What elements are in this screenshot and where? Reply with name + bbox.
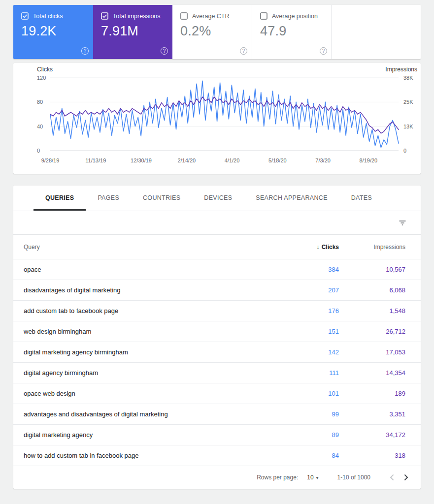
table-row[interactable]: digital marketing agency8934,172 [13,425,421,445]
help-icon[interactable]: ? [320,47,327,55]
help-icon[interactable]: ? [161,47,168,55]
cell-clicks[interactable]: 111 [265,369,339,377]
svg-text:5/18/20: 5/18/20 [268,158,287,163]
cell-clicks[interactable]: 99 [265,410,339,418]
cell-impressions[interactable]: 1,548 [339,307,405,315]
prev-page-button[interactable] [385,471,399,484]
cell-clicks[interactable]: 101 [265,390,339,397]
table-row[interactable]: advantages and disadvantages of digital … [13,404,421,425]
sort-desc-icon: ↓ [316,243,320,251]
cell-query: web design birmingham [24,328,265,335]
metric-value: 0.2% [180,24,244,39]
help-icon[interactable]: ? [240,47,247,55]
svg-text:0: 0 [403,148,406,154]
cell-clicks[interactable]: 84 [265,452,339,459]
metric-value: 7.91M [101,24,165,39]
next-page-button[interactable] [399,471,413,484]
cell-query: advantages and disadvantages of digital … [24,410,265,418]
svg-text:8/19/20: 8/19/20 [359,158,377,163]
cell-query: opace web design [24,390,265,397]
cell-clicks[interactable]: 89 [265,431,339,439]
checkbox-unchecked-icon[interactable] [180,12,188,20]
svg-text:11/13/19: 11/13/19 [85,158,106,163]
svg-text:Clicks: Clicks [37,66,53,73]
table-row[interactable]: digital marketing agency birmingham14217… [13,342,421,363]
metric-average-position[interactable]: Average position 47.9 ? [252,5,332,59]
cell-impressions[interactable]: 10,567 [339,266,405,273]
svg-text:0: 0 [37,148,40,154]
filter-row [13,211,421,235]
svg-text:13K: 13K [403,124,413,129]
svg-text:Impressions: Impressions [385,66,417,73]
svg-text:25K: 25K [403,99,413,105]
cell-impressions[interactable]: 318 [339,452,405,459]
help-icon[interactable]: ? [81,47,89,55]
checkbox-checked-icon[interactable] [21,12,29,20]
table-row[interactable]: opace38410,567 [13,259,421,280]
cell-clicks[interactable]: 142 [265,348,339,356]
svg-text:80: 80 [37,99,43,105]
table-body: opace38410,567disadvantages of digital m… [13,259,421,466]
cell-clicks[interactable]: 384 [265,266,339,273]
cell-clicks[interactable]: 151 [265,328,339,335]
table-row[interactable]: how to add custom tab in facebook page84… [13,445,421,466]
rows-per-page-label: Rows per page: [257,474,298,481]
table-header: Query ↓Clicks Impressions [13,235,421,259]
metric-label: Average CTR [192,13,230,20]
search-console-performance-page: Total clicks 19.2K ? Total impressions 7… [0,0,434,489]
table-row[interactable]: web design birmingham15126,712 [13,321,421,342]
table-footer: Rows per page: 10 ▾ 1-10 of 1000 [13,466,421,489]
cell-query: opace [24,266,265,273]
metric-value: 19.2K [21,24,86,39]
cell-impressions[interactable]: 26,712 [339,328,405,335]
table-row[interactable]: disadvantages of digital marketing2076,0… [13,280,421,301]
metric-label: Total clicks [33,13,63,20]
svg-text:40: 40 [37,124,43,129]
cell-impressions[interactable]: 3,351 [339,410,405,418]
column-header-impressions[interactable]: Impressions [339,244,405,251]
cell-impressions[interactable]: 17,053 [339,348,405,356]
metric-total-clicks[interactable]: Total clicks 19.2K ? [13,5,93,59]
tab-dates[interactable]: DATES [339,186,384,211]
table-row[interactable]: digital agency birmingham11114,354 [13,363,421,383]
dropdown-caret-icon[interactable]: ▾ [316,475,319,480]
table-row[interactable]: opace web design101189 [13,383,421,404]
svg-text:2/14/20: 2/14/20 [177,158,196,163]
performance-chart-card: ClicksImpressions004013K8025K12038K9/28/… [13,63,421,174]
checkbox-checked-icon[interactable] [101,12,108,20]
cell-query: digital marketing agency birmingham [24,348,265,356]
query-table-card: QUERIESPAGESCOUNTRIESDEVICESSEARCH APPEA… [13,186,421,489]
cell-query: digital marketing agency [24,431,265,439]
metric-label: Average position [272,13,318,20]
svg-text:38K: 38K [403,75,413,81]
metric-average-ctr[interactable]: Average CTR 0.2% ? [172,5,252,59]
cell-impressions[interactable]: 14,354 [339,369,405,377]
cell-impressions[interactable]: 189 [339,390,405,397]
metrics-empty-space [332,5,421,59]
checkbox-unchecked-icon[interactable] [260,12,267,20]
svg-text:9/28/19: 9/28/19 [41,158,60,163]
cell-impressions[interactable]: 6,068 [339,286,405,294]
filter-icon[interactable] [396,217,409,229]
rows-per-page-value[interactable]: 10 [307,474,313,481]
column-header-query[interactable]: Query [24,244,265,251]
pagination-range: 1-10 of 1000 [337,474,370,481]
tab-devices[interactable]: DEVICES [192,186,244,211]
svg-text:4/1/20: 4/1/20 [225,158,240,163]
performance-line-chart: ClicksImpressions004013K8025K12038K9/28/… [13,63,421,174]
cell-query: digital agency birmingham [24,369,265,377]
table-row[interactable]: add custom tab to facebook page1761,548 [13,301,421,321]
tab-pages[interactable]: PAGES [86,186,131,211]
tab-countries[interactable]: COUNTRIES [131,186,192,211]
metric-total-impressions[interactable]: Total impressions 7.91M ? [93,5,172,59]
tab-search-appearance[interactable]: SEARCH APPEARANCE [244,186,339,211]
column-header-clicks[interactable]: ↓Clicks [265,243,339,251]
metrics-summary: Total clicks 19.2K ? Total impressions 7… [13,5,421,59]
svg-text:12/30/19: 12/30/19 [131,158,152,163]
cell-impressions[interactable]: 34,172 [339,431,405,439]
metric-value: 47.9 [260,24,324,39]
tab-queries[interactable]: QUERIES [33,186,86,211]
column-header-clicks-label: Clicks [322,244,339,251]
cell-clicks[interactable]: 176 [265,307,339,315]
cell-clicks[interactable]: 207 [265,286,339,294]
